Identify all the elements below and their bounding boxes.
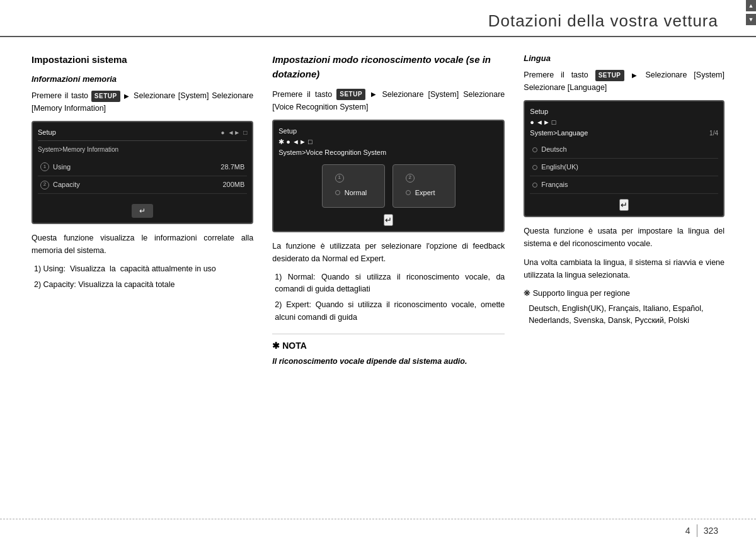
- scroll-arrows: ▲ ▼: [746, 0, 756, 25]
- left-column: Impostazioni sistema Informazioni memori…: [32, 52, 253, 368]
- voice-back-button[interactable]: ↵: [384, 214, 393, 226]
- lang-screen-title-bar: Setup ● ◄► □: [530, 106, 718, 128]
- screen-icons: ● ◄► □: [220, 128, 247, 138]
- nota-text: Il riconoscimento vocale dipende dal sis…: [272, 356, 505, 368]
- list-item[interactable]: Français: [530, 176, 718, 194]
- normal-label: Normal: [345, 188, 367, 198]
- lang-dot-english: [532, 165, 537, 170]
- memory-setup-screen: Setup ● ◄► □ System>Memory Information 1…: [32, 121, 253, 224]
- voice-screen-title: Setup: [278, 127, 297, 135]
- voice-screen-icons: ✱ ● ◄► □: [278, 137, 498, 147]
- support-languages: Deutsch, English(UK), Français, Italiano…: [524, 303, 724, 327]
- lang-dot-deutsch: [532, 147, 537, 152]
- back-button[interactable]: ↵: [132, 204, 153, 218]
- support-note-heading: ❋ Supporto lingua per regione: [524, 288, 724, 300]
- mid-column: Impostazioni modo riconoscimento vocale …: [272, 52, 505, 368]
- list-item-1: 1) Using: Visualizza la capacità attualm…: [32, 263, 253, 275]
- list-item[interactable]: English(UK): [530, 159, 718, 176]
- lang-francais: Français: [541, 179, 568, 190]
- page-header: Dotazioni della vostra vettura: [0, 0, 756, 37]
- nota-section: ✱ NOTA Il riconoscimento vocale dipende …: [272, 334, 505, 368]
- screen-title: Setup: [38, 127, 56, 138]
- page-footer: 4 323: [0, 519, 756, 542]
- option-num-1: 1: [335, 174, 344, 183]
- screen-title-bar: Setup ● ◄► □: [38, 127, 247, 141]
- voice-setup-screen: Setup ✱ ● ◄► □ System>Voice Recognition …: [272, 120, 505, 232]
- list-item[interactable]: Deutsch: [530, 141, 718, 159]
- table-row: 2 Capacity 200MB: [38, 176, 247, 194]
- right-body-text-2: Una volta cambiata la lingua, il sistema…: [524, 256, 724, 281]
- using-label: Using: [53, 162, 71, 172]
- option-circle-1: [335, 190, 340, 195]
- setup-chip-right: SETUP: [595, 70, 624, 81]
- scroll-up-button[interactable]: ▲: [746, 0, 756, 11]
- setup-chip-left: SETUP: [91, 91, 120, 102]
- mid-intro-para: Premere il tasto SETUP ▶ Selezionare [Sy…: [272, 88, 505, 113]
- page-divider: [697, 524, 697, 537]
- voice-breadcrumb: System>Voice Recognition System: [278, 147, 498, 158]
- lang-back-button[interactable]: ↵: [619, 199, 629, 211]
- lang-back-btn-row: ↵: [530, 199, 718, 211]
- left-body-text: Questa funzione visualizza le informazio…: [32, 232, 253, 257]
- voice-back-btn-row: ↵: [278, 214, 498, 226]
- left-intro-para: Premere il tasto SETUP ▶ Selezionare [Sy…: [32, 89, 253, 115]
- main-content: Impostazioni sistema Informazioni memori…: [0, 37, 756, 380]
- arrow-right-icon: ▶: [632, 71, 637, 81]
- lang-breadcrumb: System>Language: [530, 128, 588, 138]
- lang-deutsch: Deutsch: [541, 144, 566, 155]
- lang-screen-icons: ● ◄► □: [530, 117, 718, 128]
- option-circle-2: [406, 190, 411, 195]
- right-body-text-1: Questa funzione è usata per impostare la…: [524, 225, 724, 250]
- lang-list: Deutsch English(UK) Français: [530, 141, 718, 194]
- lang-pagination: 1/4: [709, 128, 718, 138]
- table-row: 1 Using 28.7MB: [38, 159, 247, 176]
- lang-english: English(UK): [541, 162, 578, 172]
- language-setup-screen: Setup ● ◄► □ System>Language 1/4 Deutsch: [524, 100, 724, 217]
- arrow-left: ▶: [124, 91, 129, 101]
- page-number: 4 323: [685, 524, 718, 537]
- mid-list-item-1: 1) Normal: Quando si utilizza il riconos…: [272, 271, 505, 296]
- support-note: ❋ Supporto lingua per regione Deutsch, E…: [524, 288, 724, 327]
- chapter-number: 4: [685, 526, 690, 536]
- screen-breadcrumb: System>Memory Information: [38, 145, 247, 155]
- row-num-2: 2: [40, 181, 49, 189]
- setup-chip-mid: SETUP: [336, 89, 365, 100]
- page-num: 323: [704, 526, 718, 536]
- capacity-label: Capacity: [53, 179, 80, 190]
- normal-option[interactable]: 1 Normal: [322, 164, 385, 208]
- expert-option[interactable]: 2 Expert: [392, 164, 455, 208]
- list-item-2: 2) Capacity: Visualizza la capacità tota…: [32, 279, 253, 291]
- option-num-2: 2: [406, 174, 415, 183]
- expert-label: Expert: [415, 188, 435, 198]
- mid-body-text: La funzione è utilizzata per selezionare…: [272, 240, 505, 265]
- voice-screen-title-bar: Setup ✱ ● ◄► □: [278, 126, 498, 147]
- nota-title: ✱ NOTA: [272, 339, 505, 353]
- row-num-1: 1: [40, 162, 49, 171]
- page-title: Dotazioni della vostra vettura: [38, 11, 718, 31]
- arrow-mid: ▶: [371, 89, 376, 99]
- back-btn-row: ↵: [38, 199, 247, 218]
- mid-section-title: Impostazioni modo riconoscimento vocale …: [272, 52, 505, 82]
- right-intro-para: Premere il tasto SETUP ▶ Selezionare [Sy…: [524, 69, 724, 94]
- lang-screen-title: Setup: [530, 108, 548, 115]
- left-section-title: Impostazioni sistema: [32, 52, 253, 67]
- scroll-down-button[interactable]: ▼: [746, 14, 756, 25]
- memory-info-heading: Informazioni memoria: [32, 73, 253, 86]
- lang-list-row: Deutsch English(UK) Français ▲ ▼: [530, 141, 718, 194]
- mid-list-item-2: 2) Expert: Quando si utilizza il riconos…: [272, 299, 505, 324]
- right-column: Lingua Premere il tasto SETUP ▶ Selezion…: [524, 52, 724, 368]
- lingua-heading: Lingua: [524, 52, 724, 65]
- capacity-value: 200MB: [222, 179, 244, 190]
- lang-dot-francais: [532, 183, 537, 188]
- using-value: 28.7MB: [220, 162, 244, 172]
- voice-options: 1 Normal 2 Expert: [281, 164, 496, 208]
